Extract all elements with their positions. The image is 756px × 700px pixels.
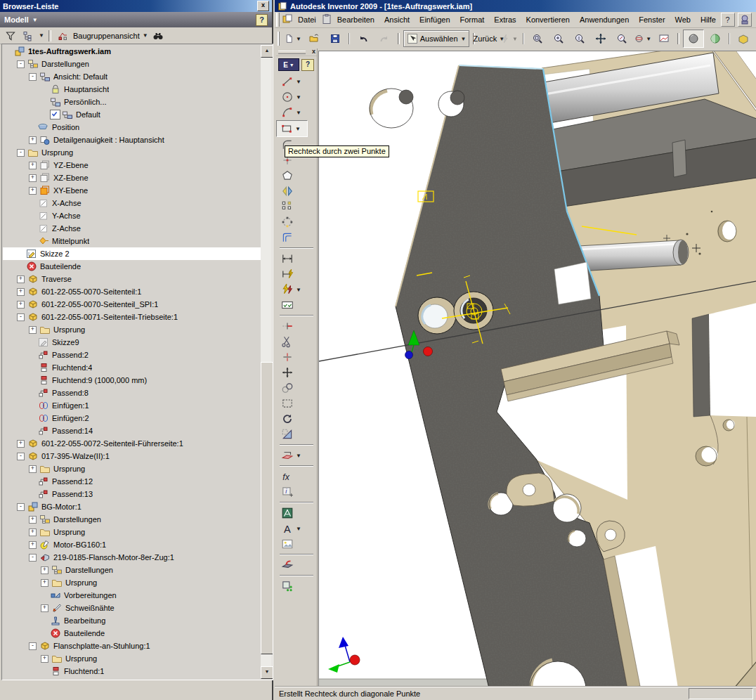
tree-item[interactable]: +Darstellungen [3,513,261,526]
move-tool[interactable] [276,365,317,380]
line-tool[interactable]: ▼ [276,74,317,89]
tree-item[interactable]: +Darstellungen [3,564,261,576]
collapse-toggle-icon[interactable]: - [29,554,37,562]
trim-tool[interactable] [276,334,317,349]
expand-toggle-icon[interactable]: + [29,174,37,182]
toolbar-grip[interactable] [278,32,280,46]
redo-button[interactable] [374,30,394,47]
tree-item[interactable]: Vorbereitungen [3,589,261,602]
tree-item[interactable]: -Flanschplatte-an-Stuhlung:1 [3,640,261,652]
tree-item[interactable]: -Ansicht: Default [3,70,261,83]
finish-sketch-tool[interactable] [276,578,317,594]
menu-item[interactable]: Einfügen [415,14,455,25]
tree-item[interactable]: +XY-Ebene [3,184,261,197]
menu-item[interactable]: Datei [293,14,321,25]
menu-item[interactable]: Hilfe [696,14,721,25]
offset-tool[interactable] [276,230,317,245]
tree-item[interactable]: 1tes-Auftragswerk.iam [3,45,261,58]
tree-item[interactable]: +YZ-Ebene [3,159,261,171]
tree-item[interactable]: +601-22-055-0070-Seitenteil_SPI:1 [3,298,261,311]
menu-item[interactable]: Bearbeiten [332,14,379,25]
constraint-tool[interactable]: ▼ [276,282,317,297]
tree-item[interactable]: -Darstellungen [3,58,261,70]
insert-autocad-tool[interactable] [276,505,317,521]
tree-item[interactable]: -BG-Motor:1 [3,500,261,513]
tree-item[interactable]: +Ursprung [3,526,261,538]
chevron-down-icon[interactable]: ▼ [461,36,467,42]
zoom-all-button[interactable] [528,30,547,47]
tree-item[interactable]: -017-395-Walze(II):1 [3,450,261,462]
polygon-tool[interactable] [276,168,317,183]
expand-toggle-icon[interactable]: + [17,301,25,309]
chevron-down-icon[interactable]: ▼ [143,32,148,39]
menu-item[interactable]: Konvertieren [521,14,575,25]
model-dropdown[interactable]: Modell ▼ [4,15,38,24]
tree-item[interactable]: Hauptansicht [3,83,261,96]
close-icon[interactable]: x [312,48,315,55]
parameters-tool[interactable]: fx [276,469,317,484]
expand-toggle-icon[interactable]: + [29,529,37,536]
tree-item[interactable]: -219-0185-Flansch-Motor-8er-Zug:1 [3,551,261,564]
new-button[interactable]: ▼ [283,30,303,47]
tree-item[interactable]: X-Achse [3,197,261,209]
tree-item[interactable]: Bearbeitung [3,614,261,627]
menu-item[interactable]: Ansicht [379,14,415,25]
mirror-tool[interactable] [276,183,317,199]
save-button[interactable] [325,30,345,47]
extend-tool[interactable] [276,318,317,334]
collapse-toggle-icon[interactable]: - [17,453,25,460]
tree-item[interactable]: Mittelpunkt [3,235,261,247]
expand-toggle-icon[interactable]: + [41,566,48,574]
zoom-button[interactable] [570,30,589,47]
circular-pattern-tool[interactable] [276,214,317,230]
rectangle-tool[interactable]: ▼ [276,120,308,137]
cube-button[interactable] [734,30,753,47]
help-icon[interactable]: ? [256,14,268,26]
tree-item[interactable]: Fluchtend:4 [3,361,261,374]
create-imate-tool[interactable]: i [276,484,317,500]
collapse-toggle-icon[interactable]: - [17,60,25,68]
tree-item[interactable]: Passend:13 [3,488,261,500]
rotate-tool[interactable] [276,411,317,427]
expand-toggle-icon[interactable]: + [29,162,37,169]
assistant-button[interactable] [738,13,752,27]
tree-item[interactable]: +XZ-Ebene [3,171,261,184]
rectangular-pattern-tool[interactable] [276,199,317,214]
split-tool[interactable] [276,349,317,365]
dimension-tool[interactable] [276,251,317,266]
tree-item[interactable]: Default [3,108,261,121]
select-region-tool[interactable] [276,396,317,411]
filter-icon[interactable] [3,29,18,43]
menu-item[interactable]: Fenster [634,14,670,25]
tree-item[interactable]: Persönlich... [3,96,261,108]
tree-columns-icon[interactable] [20,29,36,43]
tree-item[interactable]: Y-Achse [3,209,261,222]
tree-item[interactable]: +601-22-055-0070-Seitenteil:1 [3,285,261,298]
scroll-up-icon[interactable]: ▲ [261,45,273,58]
circle-tool[interactable]: ▼ [276,89,317,105]
auto-dimension-tool[interactable] [276,266,317,282]
checkbox-checked-icon[interactable] [50,110,60,119]
tree-item[interactable]: Passend:12 [3,475,261,488]
shaded-display-button[interactable] [683,30,704,48]
tree-item[interactable]: -Ursprung [3,146,261,159]
tree-item[interactable]: Bauteilende [3,260,261,273]
expand-toggle-icon[interactable]: + [41,655,48,663]
tree-item[interactable]: +Ursprung [3,323,261,336]
tree-item[interactable]: Position [3,121,261,134]
collapse-toggle-icon[interactable]: - [17,149,25,157]
tree-item[interactable]: +Ursprung [3,576,261,589]
help-icon[interactable]: ? [301,59,314,71]
tree-item[interactable]: -601-22-055-0071-Seitenteil-Triebseite:1 [3,311,261,323]
chevron-down-icon[interactable]: ▼ [296,79,301,85]
component-opacity-button[interactable] [705,30,725,47]
expand-toggle-icon[interactable]: + [41,604,48,612]
menu-item[interactable]: Web [670,14,696,25]
view-selector[interactable]: Baugruppenansicht [73,32,140,40]
chevron-down-icon[interactable]: ▼ [296,110,301,116]
tree-item[interactable]: Skizze9 [3,336,261,349]
expand-toggle-icon[interactable]: + [41,579,48,587]
tree-item[interactable]: +Traverse [3,273,261,285]
chevron-down-icon[interactable]: ▼ [39,32,44,39]
tree-item[interactable]: Einfügen:1 [3,399,261,412]
